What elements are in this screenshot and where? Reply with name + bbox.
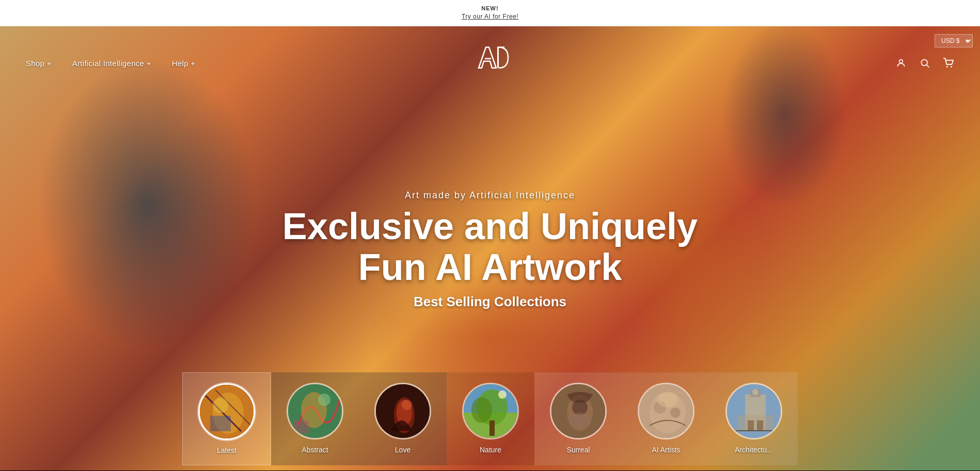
nav-right xyxy=(895,57,954,69)
user-icon[interactable] xyxy=(895,57,907,69)
collection-item-love[interactable]: Love xyxy=(359,372,447,465)
svg-point-41 xyxy=(752,389,758,395)
collection-circle-latest xyxy=(198,383,255,440)
hero-tagline: Best Selling Collections xyxy=(258,294,722,310)
hero-subtitle: Art made by Artificial Intelligence xyxy=(258,190,722,201)
collection-item-ai-artists[interactable]: AI Artists xyxy=(622,372,710,465)
collection-label-architecture: Architectu... xyxy=(735,446,773,454)
svg-marker-0 xyxy=(479,48,496,68)
svg-point-27 xyxy=(498,390,507,399)
svg-rect-44 xyxy=(757,420,763,431)
collection-item-abstract[interactable]: Abstract xyxy=(271,372,359,465)
collection-circle-love xyxy=(374,383,431,439)
hero-title: Exclusive and Uniquely Fun AI Artwork xyxy=(258,206,722,288)
nav-left: Shop + Artificial Intelligence + Help + xyxy=(26,59,195,68)
collection-item-latest[interactable]: Latest xyxy=(182,372,271,465)
collection-circle-abstract xyxy=(287,383,343,439)
collection-label-nature: Nature xyxy=(480,446,501,454)
hero-section: USD $ EUR € GBP £ ▼ Shop + Artificial In… xyxy=(0,26,980,470)
svg-point-7 xyxy=(946,66,948,68)
shop-nav-item[interactable]: Shop + xyxy=(26,59,52,68)
collection-circle-ai-artists xyxy=(638,383,694,439)
collection-label-surreal: Surreal xyxy=(566,446,590,454)
hero-content: Art made by Artificial Intelligence Excl… xyxy=(258,190,722,336)
search-icon[interactable] xyxy=(919,57,930,69)
collection-item-nature[interactable]: Nature xyxy=(447,372,534,465)
collection-label-latest: Latest xyxy=(217,446,236,454)
announcement-bar: NEW! Try our AI for Free! xyxy=(0,0,980,26)
site-logo[interactable] xyxy=(469,42,511,75)
new-label: NEW! xyxy=(0,5,980,11)
collection-circle-nature xyxy=(462,383,519,439)
collection-label-love: Love xyxy=(395,446,410,454)
svg-point-37 xyxy=(657,392,678,407)
svg-point-36 xyxy=(670,407,681,418)
ai-nav-item[interactable]: Artificial Intelligence + xyxy=(72,59,151,68)
svg-point-26 xyxy=(471,397,492,423)
svg-rect-28 xyxy=(489,420,495,436)
svg-point-17 xyxy=(318,394,330,406)
svg-point-14 xyxy=(213,398,228,413)
svg-point-32 xyxy=(570,413,590,428)
svg-rect-2 xyxy=(497,48,499,68)
collection-item-architecture[interactable]: Architectu... xyxy=(710,372,798,465)
collection-circle-surreal xyxy=(550,383,607,439)
svg-rect-43 xyxy=(748,420,754,431)
collections-row: Latest Abstract xyxy=(0,372,980,470)
ai-cta-link[interactable]: Try our AI for Free! xyxy=(462,13,518,20)
svg-point-4 xyxy=(899,59,903,63)
collection-circle-architecture xyxy=(725,383,782,439)
svg-point-5 xyxy=(921,59,927,66)
help-nav-item[interactable]: Help + xyxy=(172,59,196,68)
svg-line-6 xyxy=(927,65,929,68)
main-nav: Shop + Artificial Intelligence + Help + xyxy=(0,26,980,79)
svg-point-8 xyxy=(951,66,952,68)
svg-rect-13 xyxy=(210,416,231,431)
svg-point-22 xyxy=(402,400,412,410)
cart-icon[interactable] xyxy=(943,57,954,69)
collection-item-surreal[interactable]: Surreal xyxy=(534,372,622,465)
collection-label-ai-artists: AI Artists xyxy=(652,446,680,454)
svg-rect-42 xyxy=(737,415,773,431)
collection-label-abstract: Abstract xyxy=(302,446,328,454)
svg-rect-18 xyxy=(293,420,309,433)
